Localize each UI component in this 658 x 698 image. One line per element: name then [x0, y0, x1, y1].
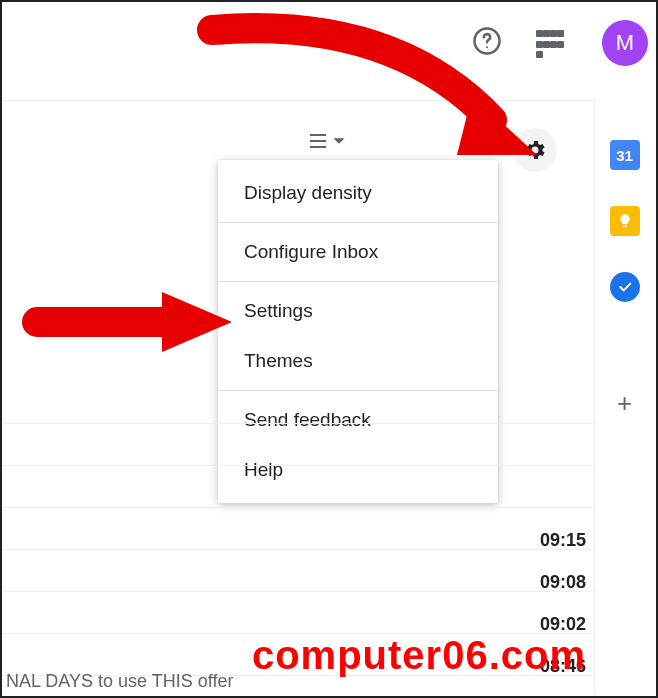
email-list-area	[2, 382, 596, 676]
menu-item-settings[interactable]: Settings	[218, 286, 498, 336]
gear-icon	[523, 138, 547, 162]
email-time: 09:08	[540, 572, 586, 593]
email-time: 09:02	[540, 614, 586, 635]
help-icon[interactable]	[472, 26, 508, 62]
account-avatar[interactable]: M	[602, 20, 648, 66]
keep-icon[interactable]	[610, 206, 640, 236]
email-row[interactable]	[2, 592, 596, 634]
email-row[interactable]	[2, 382, 596, 424]
gmail-screenshot: M Display density Configure Inbox Settin…	[0, 0, 658, 698]
email-row[interactable]	[2, 550, 596, 592]
apps-icon[interactable]	[532, 26, 568, 62]
menu-item-display-density[interactable]: Display density	[218, 168, 498, 218]
side-panel: 31 +	[594, 100, 654, 694]
email-row[interactable]	[2, 508, 596, 550]
email-row[interactable]	[2, 424, 596, 466]
calendar-icon[interactable]: 31	[610, 140, 640, 170]
annotation-arrow-settings	[22, 287, 242, 357]
menu-item-themes[interactable]: Themes	[218, 336, 498, 386]
divider	[218, 281, 498, 282]
menu-item-configure-inbox[interactable]: Configure Inbox	[218, 227, 498, 277]
settings-gear-button[interactable]	[513, 128, 557, 172]
tasks-icon[interactable]	[610, 272, 640, 302]
svg-point-1	[486, 46, 488, 48]
email-row[interactable]	[2, 466, 596, 508]
divider	[218, 222, 498, 223]
avatar-letter: M	[616, 30, 634, 56]
split-pane-toggle[interactable]	[310, 134, 346, 148]
add-addon-button[interactable]: +	[610, 388, 640, 418]
email-time: 09:15	[540, 530, 586, 551]
divider	[2, 100, 596, 101]
partial-email-text: NAL DAYS to use THIS offer	[6, 671, 233, 692]
watermark-text: computer06.com	[252, 633, 586, 678]
